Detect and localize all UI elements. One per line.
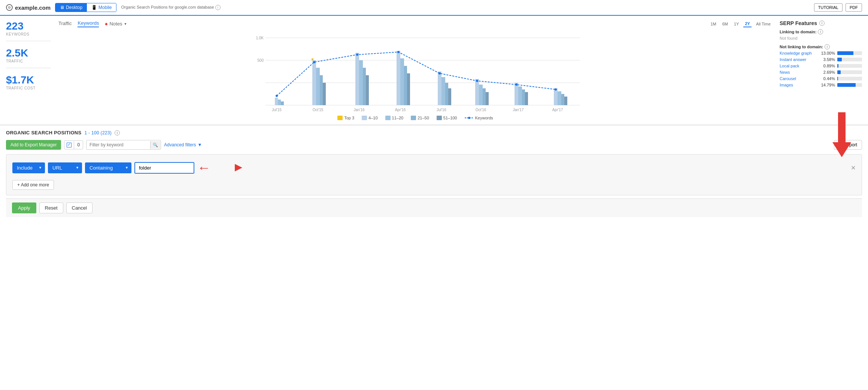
serp-item-link[interactable]: Instant answer [780, 57, 817, 62]
containing-select-wrap: Containing Not containing Starting with [85, 162, 131, 173]
legend-11-20: 11–20 [385, 116, 404, 120]
tab-notes[interactable]: ◆ Notes ▼ [105, 21, 127, 27]
containing-select[interactable]: Containing Not containing Starting with [85, 162, 131, 173]
mobile-icon: 📱 [91, 5, 97, 10]
close-filter-button[interactable]: ✕ [851, 164, 856, 171]
tab-traffic[interactable]: Traffic [58, 21, 72, 27]
tab-keywords[interactable]: Keywords [78, 20, 99, 27]
keyword-filter-input[interactable] [86, 140, 161, 150]
legend-top3-color [337, 116, 343, 120]
serp-bar-bg [837, 77, 862, 80]
legend-51-100-color [437, 116, 442, 120]
range-link[interactable]: 1 - 100 (223) [85, 130, 112, 135]
svg-rect-11 [320, 75, 323, 105]
desktop-icon: 🖥 [60, 5, 64, 10]
red-arrow-right-icon: ← [197, 160, 211, 176]
svg-point-55 [468, 117, 470, 119]
filter-arrow-wrap: ← [134, 160, 242, 176]
header: ⊙ example.com 🖥 Desktop 📱 Mobile Organic… [0, 0, 868, 16]
svg-text:Oct'16: Oct'16 [476, 108, 486, 112]
svg-text:Apr'17: Apr'17 [552, 108, 563, 112]
serp-item-link[interactable]: News [780, 70, 817, 74]
svg-text:Oct'15: Oct'15 [313, 108, 324, 112]
serp-item-link[interactable]: Local pack [780, 64, 817, 68]
serp-item: News 2.69% [780, 70, 862, 74]
toolbar: Add to Export Manager 0 🔍 Advanced filte… [6, 140, 862, 150]
svg-rect-26 [475, 79, 479, 105]
svg-text:Jan'16: Jan'16 [353, 108, 365, 112]
include-select[interactable]: Include Exclude [12, 162, 45, 173]
reset-button[interactable]: Reset [39, 202, 63, 213]
chart-container: 1.0K 500 [58, 30, 772, 113]
svg-rect-17 [366, 75, 369, 105]
svg-rect-23 [441, 77, 445, 105]
serp-bar [837, 83, 856, 87]
add-to-export-button[interactable]: Add to Export Manager [6, 140, 61, 150]
legend-11-20-color [385, 116, 391, 120]
pdf-button[interactable]: PDF [846, 3, 862, 12]
serp-item-pct: 2.69% [819, 70, 835, 74]
include-select-wrap: Include Exclude [12, 162, 45, 173]
organic-info-icon[interactable]: i [115, 130, 120, 135]
mobile-tab[interactable]: 📱 Mobile [87, 3, 116, 12]
serp-items-list: Knowledge graph 13.00% Instant answer 3.… [780, 51, 862, 87]
svg-rect-12 [323, 83, 326, 105]
svg-text:Jan'17: Jan'17 [513, 108, 524, 112]
svg-rect-27 [479, 85, 483, 105]
svg-rect-16 [363, 68, 366, 105]
select-all-checkbox[interactable] [64, 141, 74, 149]
url-select[interactable]: URL Keyword [48, 162, 82, 173]
filter-text-input[interactable] [134, 162, 194, 174]
svg-text:Jul'16: Jul'16 [437, 108, 446, 112]
serp-features-panel: SERP Features i Linking to domain: i Not… [780, 20, 862, 120]
action-buttons: Apply Reset Cancel [6, 198, 862, 217]
serp-item-pct: 13.00% [819, 51, 835, 55]
serp-linking-info-icon[interactable]: i [818, 29, 823, 34]
add-one-more-button[interactable]: + Add one more [12, 180, 54, 190]
serp-bar [837, 58, 842, 61]
legend-21-50: 21–50 [411, 116, 429, 120]
subtitle-info-icon[interactable]: i [215, 5, 221, 10]
apply-button[interactable]: Apply [12, 202, 36, 213]
svg-point-43 [476, 80, 478, 82]
time-1m[interactable]: 1M [709, 21, 717, 27]
tutorial-button[interactable]: TUTORIAL [814, 3, 843, 12]
time-1y[interactable]: 1Y [732, 21, 740, 27]
export-button[interactable]: ⬆ Export [834, 140, 862, 150]
search-button[interactable]: 🔍 [150, 141, 160, 149]
serp-item-link[interactable]: Carousel [780, 76, 817, 81]
serp-bar-bg [837, 70, 862, 74]
serp-item: Carousel 0.44% [780, 76, 862, 81]
time-all[interactable]: All Time [755, 21, 772, 27]
serp-not-linking-info-icon[interactable]: i [825, 44, 830, 49]
advanced-filters-button[interactable]: Advanced filters ▼ [164, 142, 202, 147]
filter-input-wrap: 🔍 [86, 140, 161, 150]
url-select-wrap: URL Keyword [48, 162, 82, 173]
desktop-tab[interactable]: 🖥 Desktop [55, 3, 87, 12]
logo: ⊙ example.com [6, 4, 51, 11]
svg-text:500: 500 [257, 58, 264, 63]
svg-rect-20 [404, 66, 407, 105]
svg-rect-36 [561, 94, 564, 105]
serp-item: Knowledge graph 13.00% [780, 51, 862, 55]
serp-bar-bg [837, 64, 862, 68]
serp-item-link[interactable]: Knowledge graph [780, 51, 817, 55]
keywords-value: 223 [6, 20, 51, 32]
serp-item-link[interactable]: Images [780, 83, 817, 87]
serp-bar [837, 64, 838, 68]
chart-area: Traffic Keywords ◆ Notes ▼ 1M 6M 1Y 2Y A… [58, 20, 772, 120]
svg-point-40 [356, 54, 358, 56]
svg-rect-13 [312, 58, 313, 60]
legend-4-10-color [362, 116, 367, 120]
keywords-stat: 223 KEYWORDS [6, 20, 51, 41]
cancel-button[interactable]: Cancel [66, 202, 92, 213]
filter-row: Include Exclude URL Keyword Containing N… [12, 160, 856, 176]
time-6m[interactable]: 6M [721, 21, 729, 27]
legend-top3-label: Top 3 [344, 116, 354, 120]
time-2y[interactable]: 2Y [743, 21, 751, 27]
svg-text:Jul'15: Jul'15 [272, 108, 282, 112]
chevron-down-icon: ▼ [197, 142, 202, 147]
notes-diamond-icon: ◆ [105, 22, 108, 26]
legend-51-100: 51–100 [437, 116, 457, 120]
serp-info-icon[interactable]: i [819, 21, 825, 26]
